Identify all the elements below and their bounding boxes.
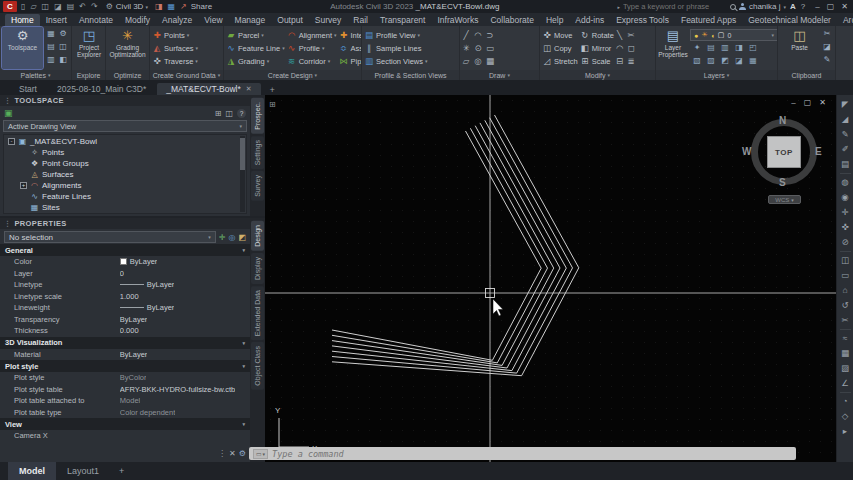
tool-icon[interactable]: ╲ (616, 29, 623, 42)
property-value[interactable]: 0 (120, 269, 124, 278)
minimize-button[interactable]: – (815, 2, 819, 11)
tool-icon[interactable]: ◻ (627, 42, 634, 55)
angle-measure-icon[interactable]: ∠ (837, 376, 853, 391)
points-button[interactable]: ✚Points▾ (152, 29, 198, 42)
parcel-button[interactable]: ▰Parcel▾ (226, 29, 285, 42)
profile-view-button[interactable]: ▤Profile View▾ (364, 29, 428, 42)
panel-label-create-ground-data[interactable]: Create Ground Data▾ (150, 70, 223, 80)
help-search[interactable]: ▸ (617, 2, 736, 11)
properties-header[interactable]: ⋮ PROPERTIES (0, 218, 250, 229)
ribbon-tab-arcgis[interactable]: ArcGIS (837, 14, 853, 26)
grid-icon[interactable]: ▦ (837, 346, 853, 361)
property-row-linetype[interactable]: LinetypeByLayer (0, 279, 250, 291)
close-button[interactable]: ✕ (841, 2, 848, 11)
tool-icon[interactable]: ◠ (474, 29, 482, 42)
section-header-general[interactable]: General▾ (0, 244, 250, 256)
tool-icon[interactable]: ▱ (462, 55, 470, 68)
drawing-recovery-icon[interactable]: ▦ (166, 1, 176, 12)
layer-color-swatch[interactable]: ▢ (718, 31, 725, 39)
tree-item-point-groups[interactable]: +❖Point Groups (4, 158, 246, 169)
command-input[interactable] (272, 449, 792, 459)
search-input[interactable] (623, 2, 727, 11)
pan-tool-icon[interactable]: ✜ (837, 220, 853, 235)
tool-icon[interactable]: ✂ (821, 29, 833, 42)
compass-top-face[interactable]: TOP (767, 136, 801, 168)
help-icon[interactable]: ? (237, 109, 246, 118)
compass-north[interactable]: N (779, 115, 786, 126)
properties-tab-extended-data[interactable]: Extended Data (251, 286, 264, 340)
panel-label-profile-section-views[interactable]: Profile & Section Views (362, 70, 459, 80)
property-value[interactable]: Color dependent (120, 408, 175, 417)
trim-icon[interactable]: ✂ (837, 313, 853, 328)
tool-icon[interactable]: ▭ (486, 42, 494, 55)
erase-tool-icon[interactable]: ⊘ (837, 235, 853, 250)
property-row-color[interactable]: ColorByLayer (0, 256, 250, 268)
layer-tool-icon[interactable]: ◪ (732, 55, 746, 67)
file-tab-mat-ecvt-bowl[interactable]: _MAT&ECVT-Bowl*✕ (157, 83, 260, 95)
tool-icon[interactable]: ▥ (45, 55, 57, 68)
chevron-down-icon[interactable]: ▾ (784, 4, 787, 10)
restore-button[interactable]: ▢ (827, 2, 835, 11)
layer-tool-icon[interactable]: ◨ (732, 42, 746, 54)
toolspace-view-selector[interactable]: Active Drawing View ▾ (3, 120, 247, 132)
ribbon-tab-rail[interactable]: Rail (347, 14, 374, 26)
sketch-icon[interactable]: ✎ (837, 127, 853, 142)
corridor-polyline[interactable] (332, 120, 566, 370)
property-row-plot-style[interactable]: Plot styleByColor (0, 372, 250, 384)
toolspace-tab-survey[interactable]: Survey (251, 171, 264, 201)
collapse-icon[interactable]: ▾ (242, 247, 245, 253)
corridor-polyline[interactable] (332, 123, 560, 368)
section-views-button[interactable]: ▥Section Views▾ (364, 55, 428, 68)
property-row-layer[interactable]: Layer0 (0, 268, 250, 280)
share-button[interactable]: Share (191, 2, 212, 11)
tree-item-points[interactable]: +✧Points (4, 147, 246, 158)
customize-wrench-icon[interactable]: ⚙ (239, 449, 246, 458)
tool-icon[interactable]: ≣ (627, 55, 634, 68)
ribbon-tab-geotechnical-modeler[interactable]: Geotechnical Modeler (742, 14, 837, 26)
online-map-icon[interactable]: ◉ (837, 190, 853, 205)
property-row-thickness[interactable]: Thickness0.000 (0, 325, 250, 337)
copy-button[interactable]: ◫Copy (542, 42, 578, 55)
doc-close-button[interactable]: ✕ (819, 98, 826, 107)
new-file-icon[interactable]: ▯ (20, 1, 26, 12)
ribbon-tab-home[interactable]: Home (5, 14, 40, 26)
ribbon-tab-collaborate[interactable]: Collaborate (484, 14, 539, 26)
traverse-button[interactable]: ✜Traverse▾ (152, 55, 198, 68)
corridor-button[interactable]: ≋Corridor▾ (287, 55, 337, 68)
hatch-icon[interactable]: ▨ (837, 361, 853, 376)
layer-tool-icon[interactable]: ◩ (718, 55, 732, 67)
assembly-button[interactable]: ≎Assembly▾ (339, 42, 361, 55)
stretch-button[interactable]: ◿Stretch (542, 55, 578, 68)
property-value[interactable]: ByLayer (120, 280, 175, 289)
property-row-plot-table-attached-to[interactable]: Plot table attached toModel (0, 395, 250, 407)
tool-icon[interactable]: ▤ (45, 42, 57, 55)
tree-item-alignments[interactable]: +◠Alignments (4, 180, 246, 191)
ribbon-tab-manage[interactable]: Manage (229, 14, 272, 26)
expand-toggle-icon[interactable]: + (20, 182, 27, 189)
tool-icon[interactable]: ◧ (57, 55, 69, 68)
feature-line-button[interactable]: ∿Feature Line▾ (226, 42, 285, 55)
viewport-controls-icon[interactable]: ⊞ (269, 100, 276, 109)
property-value[interactable]: AFRY-BKK-HYDRO-fullsize-bw.ctb (120, 385, 235, 394)
tool-icon[interactable]: ⊙ (474, 42, 482, 55)
properties-tab-display[interactable]: Display (251, 253, 264, 284)
redo-icon[interactable]: ↷ (90, 1, 99, 12)
layer-tool-icon[interactable]: ▨ (704, 55, 718, 67)
alignment-button[interactable]: ◠Alignment▾ (287, 29, 337, 42)
quick-select-icon[interactable]: ◩ (238, 233, 246, 242)
paste-button[interactable]: ◫Paste (780, 27, 819, 69)
property-row-transparency[interactable]: TransparencyByLayer (0, 314, 250, 326)
copy-tool-icon[interactable]: ◫ (837, 253, 853, 268)
property-row-camera-x[interactable]: Camera X (0, 430, 250, 442)
collapse-icon[interactable]: ▾ (242, 363, 245, 369)
tool-icon[interactable]: ▦ (45, 29, 57, 42)
toggle-pickadd-icon[interactable]: ✛ (219, 233, 226, 242)
doc-minimize-button[interactable]: – (791, 98, 795, 107)
flag-icon[interactable]: ▸ (837, 424, 853, 439)
property-value[interactable]: ByLayer (120, 350, 148, 359)
workspace-switcher[interactable]: ⚙ Civil 3D ▾ (105, 1, 148, 12)
select-objects-icon[interactable]: ◎ (228, 233, 235, 242)
property-value[interactable]: ByColor (120, 373, 147, 382)
preview-icon[interactable]: ◫ (225, 109, 233, 118)
ribbon-tab-annotate[interactable]: Annotate (73, 14, 119, 26)
